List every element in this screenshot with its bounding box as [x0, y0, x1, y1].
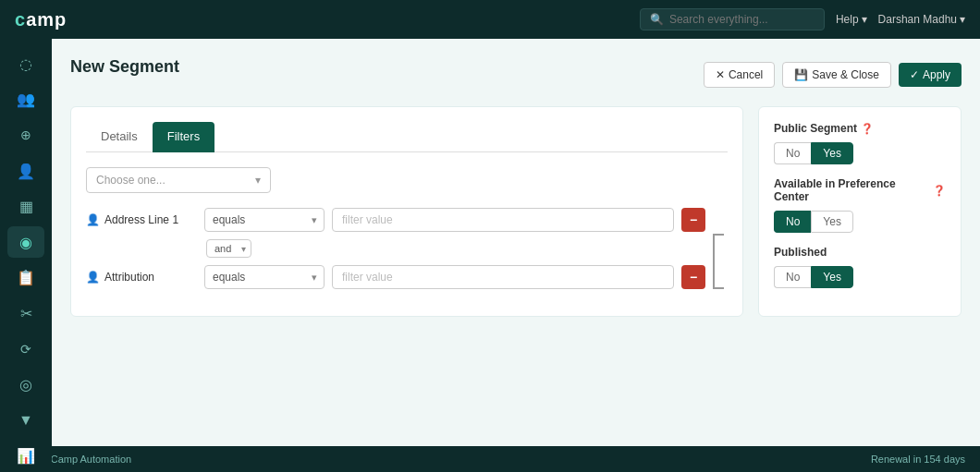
published-section: Published	[774, 246, 946, 259]
filter-row-address: 👤 Address Line 1 equals not equals conta…	[86, 208, 705, 232]
sidebar-item-funnels[interactable]: ▼	[7, 405, 44, 437]
operator-select-1[interactable]: equals not equals contains	[204, 208, 325, 232]
filter-group: 👤 Address Line 1 equals not equals conta…	[86, 208, 728, 297]
minus-icon-1: −	[690, 212, 697, 227]
published-yes-button[interactable]: Yes	[811, 266, 853, 288]
remove-filter-button-2[interactable]: −	[681, 265, 705, 289]
navbar: camp 🔍 Help ▾ Darshan Madhu ▾	[0, 0, 980, 39]
sidebar-item-current[interactable]: ◉	[7, 226, 44, 259]
filter-label-attribution: 👤 Attribution	[86, 271, 197, 284]
apply-label: Apply	[923, 68, 950, 81]
user-chevron-icon: ▾	[960, 13, 965, 26]
tabs: Details Filters	[86, 122, 728, 152]
sidebar-item-tools[interactable]: ✂	[7, 297, 44, 330]
public-segment-info-icon[interactable]: ❓	[861, 123, 874, 135]
navbar-right: 🔍 Help ▾ Darshan Madhu ▾	[640, 8, 965, 30]
sidebar-item-automation[interactable]: ⟳	[7, 333, 44, 366]
sidebar-item-campaigns[interactable]: ⊕	[7, 119, 44, 151]
operator-select-2[interactable]: equals not equals contains	[204, 265, 325, 289]
published-label: Published	[774, 246, 827, 259]
public-segment-yes-label: Yes	[823, 147, 841, 160]
save-close-button[interactable]: 💾 Save & Close	[782, 62, 891, 88]
sidebar: ◌ 👥 ⊕ 👤 ▦ ◉ 📋 ✂ ⟳ ◎ ▼ 📊	[0, 39, 52, 472]
help-chevron-icon: ▾	[862, 13, 867, 26]
bracket-container	[713, 208, 728, 297]
preference-center-yes-label: Yes	[823, 215, 841, 228]
preference-center-yes-button[interactable]: Yes	[811, 211, 853, 233]
operator-select-wrap-2: equals not equals contains	[204, 265, 325, 289]
preference-center-section: Available in Preference Center ❓	[774, 177, 946, 203]
person-icon-2: 👤	[86, 271, 100, 284]
sidebar-item-reports[interactable]: 📋	[7, 261, 44, 294]
choose-one-wrap: Choose one... ▾	[86, 167, 728, 193]
tab-details-label: Details	[101, 129, 138, 143]
funnels-icon: ▼	[18, 412, 33, 429]
search-input[interactable]	[669, 13, 815, 26]
cancel-label: Cancel	[729, 68, 763, 81]
current-icon: ◉	[19, 234, 32, 251]
help-label: Help	[836, 13, 859, 26]
save-close-label: Save & Close	[812, 68, 879, 81]
sidebar-item-analytics[interactable]: 📊	[7, 440, 44, 472]
contacts-icon: 👥	[17, 91, 35, 108]
filter-label-text-address: Address Line 1	[104, 213, 178, 226]
and-select[interactable]: and or	[206, 239, 251, 258]
remove-filter-button-1[interactable]: −	[681, 208, 705, 232]
public-segment-no-button[interactable]: No	[774, 142, 811, 164]
save-icon: 💾	[794, 68, 808, 81]
apply-button[interactable]: ✓ Apply	[899, 63, 962, 87]
public-segment-section: Public Segment ❓	[774, 122, 946, 135]
bracket	[713, 234, 724, 289]
logo-accent: amp	[26, 9, 67, 30]
goals-icon: ◎	[19, 376, 32, 393]
filter-value-input-2[interactable]	[332, 265, 674, 289]
published-yes-label: Yes	[823, 271, 841, 284]
user-label: Darshan Madhu	[878, 13, 957, 26]
tab-filters[interactable]: Filters	[153, 122, 214, 152]
page-title: New Segment	[70, 57, 179, 77]
preference-center-no-label: No	[786, 215, 800, 228]
x-icon: ✕	[716, 68, 725, 81]
published-toggle: No Yes	[774, 266, 946, 288]
page-actions: ✕ Cancel 💾 Save & Close ✓ Apply	[704, 62, 962, 88]
choose-one-chevron-icon: ▾	[255, 174, 261, 187]
search-bar[interactable]: 🔍	[640, 8, 825, 30]
content-layout: Details Filters Choose one... ▾	[70, 106, 962, 317]
preference-center-toggle: No Yes	[774, 211, 946, 233]
preference-center-info-icon[interactable]: ❓	[933, 185, 946, 197]
public-segment-no-label: No	[786, 147, 800, 160]
segments-icon: ▦	[19, 198, 33, 215]
filter-label-text-attribution: Attribution	[104, 271, 154, 284]
preference-center-label: Available in Preference Center	[774, 177, 929, 203]
main-content: New Segment ✕ Cancel 💾 Save & Close ✓ Ap…	[52, 39, 980, 446]
automation-icon: ⟳	[20, 342, 31, 357]
reports-icon: 📋	[17, 269, 35, 286]
campaigns-icon: ⊕	[20, 127, 31, 142]
sidebar-item-segments[interactable]: ▦	[7, 190, 44, 223]
profile-icon: 👤	[17, 163, 35, 180]
check-icon: ✓	[910, 68, 919, 81]
cancel-button[interactable]: ✕ Cancel	[704, 62, 775, 88]
filter-label-address: 👤 Address Line 1	[86, 213, 197, 226]
preference-center-no-button[interactable]: No	[774, 211, 811, 233]
filter-rows-container: 👤 Address Line 1 equals not equals conta…	[86, 208, 705, 297]
sidebar-item-profile[interactable]: 👤	[7, 155, 44, 188]
user-menu-button[interactable]: Darshan Madhu ▾	[878, 13, 965, 26]
choose-one-label: Choose one...	[96, 174, 165, 187]
footer-renewal: Renewal in 154 days	[871, 454, 965, 465]
sidebar-item-contacts[interactable]: 👥	[7, 84, 44, 116]
published-no-button[interactable]: No	[774, 266, 811, 288]
choose-one-dropdown[interactable]: Choose one... ▾	[86, 167, 271, 193]
tab-details[interactable]: Details	[86, 122, 153, 152]
sidebar-item-goals[interactable]: ◎	[7, 369, 44, 401]
public-segment-toggle: No Yes	[774, 142, 946, 164]
public-segment-yes-button[interactable]: Yes	[811, 142, 853, 164]
sidebar-item-activity[interactable]: ◌	[7, 48, 44, 80]
side-card: Public Segment ❓ No Yes Available in Pre…	[758, 106, 962, 317]
minus-icon-2: −	[690, 270, 697, 284]
help-button[interactable]: Help ▾	[836, 13, 867, 26]
and-select-wrap: and or	[206, 239, 251, 258]
tools-icon: ✂	[20, 305, 32, 322]
filter-row-attribution: 👤 Attribution equals not equals contains	[86, 265, 705, 289]
filter-value-input-1[interactable]	[332, 208, 674, 232]
